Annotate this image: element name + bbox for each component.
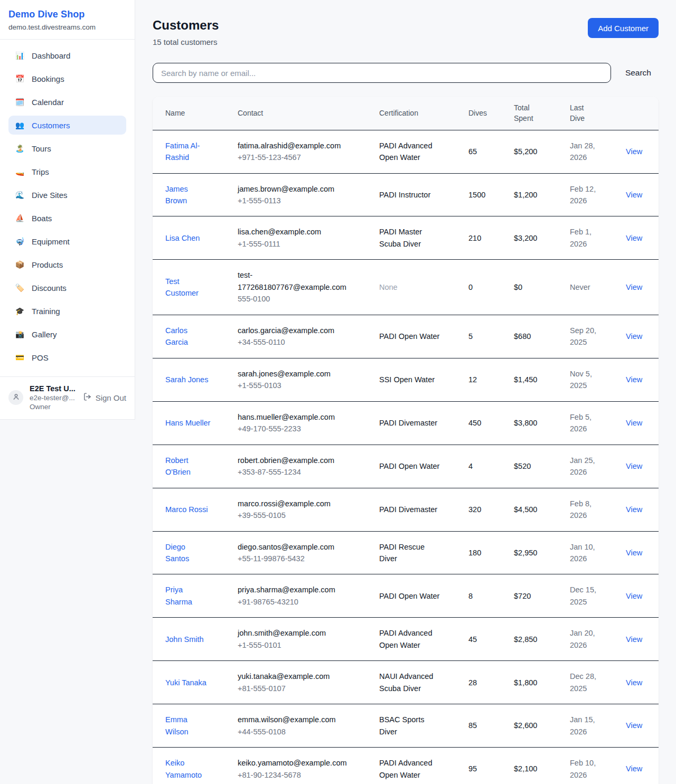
customer-name-cell: Robert O'Brien <box>153 445 229 488</box>
customer-total-spent-cell: $680 <box>505 315 561 358</box>
table-row: Emma Wilsonemma.wilson@example.com+44-55… <box>153 704 659 748</box>
customer-phone: +49-170-555-2233 <box>238 423 348 434</box>
customer-phone: +81-90-1234-5678 <box>238 769 348 781</box>
logout-icon <box>83 392 92 403</box>
view-customer-link[interactable]: View <box>626 462 642 470</box>
add-customer-button[interactable]: Add Customer <box>588 18 659 38</box>
sidebar-item-label: Calendar <box>32 98 64 107</box>
customer-total-spent-cell: $2,600 <box>505 704 561 748</box>
customer-name-cell: Emma Wilson <box>153 704 229 748</box>
customer-certification-cell: PADI Open Water <box>371 574 460 618</box>
customer-name-link[interactable]: Test Customer <box>165 276 211 299</box>
table-row: Robert O'Brienrobert.obrien@example.com+… <box>153 445 659 488</box>
sidebar-item-products[interactable]: 📦Products <box>8 255 126 274</box>
customer-email: hans.mueller@example.com <box>238 411 348 423</box>
sidebar-item-boats[interactable]: ⛵Boats <box>8 209 126 228</box>
sidebar-item-calendar[interactable]: 🗓️Calendar <box>8 92 126 111</box>
customer-name-link[interactable]: Emma Wilson <box>165 714 211 738</box>
customer-actions-cell: View <box>617 661 659 704</box>
sidebar-item-pos[interactable]: 💳POS <box>8 348 126 367</box>
sidebar-item-dive-sites[interactable]: 🌊Dive Sites <box>8 185 126 204</box>
customer-certification: PADI Advanced Open Water <box>379 757 442 781</box>
search-button[interactable]: Search <box>625 68 651 78</box>
customer-actions-cell: View <box>617 315 659 358</box>
customer-actions-cell: View <box>617 574 659 618</box>
sailboat-icon: ⛵ <box>15 214 25 222</box>
sidebar-item-label: Customers <box>32 121 70 130</box>
customer-contact-cell: yuki.tanaka@example.com+81-555-0107 <box>229 661 371 704</box>
customer-last-dive: Jan 15, 2026 <box>570 714 609 738</box>
customer-name-cell: Fatima Al-Rashid <box>153 130 229 173</box>
customer-certification-cell: PADI Advanced Open Water <box>371 130 460 173</box>
customer-dives-cell: 5 <box>460 315 505 358</box>
customer-name-link[interactable]: Carlos Garcia <box>165 325 211 348</box>
sidebar-item-dashboard[interactable]: 📊Dashboard <box>8 46 126 65</box>
customer-name-link[interactable]: Keiko Yamamoto <box>165 757 211 781</box>
view-customer-link[interactable]: View <box>626 549 642 557</box>
customer-name-link[interactable]: Yuki Tanaka <box>165 677 206 688</box>
customer-name-link[interactable]: Hans Mueller <box>165 417 210 429</box>
view-customer-link[interactable]: View <box>626 592 642 600</box>
sidebar-item-discounts[interactable]: 🏷️Discounts <box>8 278 126 297</box>
sidebar-item-label: POS <box>32 353 49 362</box>
customer-last-dive: Feb 1, 2026 <box>570 226 609 250</box>
customer-name-link[interactable]: Fatima Al-Rashid <box>165 140 211 164</box>
table-row: Test Customertest-1772681807767@example.… <box>153 260 659 315</box>
customer-last-dive-cell: Jan 25, 2026 <box>561 445 617 488</box>
column-header-label: Last Dive <box>570 102 594 124</box>
view-customer-link[interactable]: View <box>626 419 642 427</box>
customer-contact-cell: emma.wilson@example.com+44-555-0108 <box>229 704 371 748</box>
customer-certification-cell: PADI Rescue Diver <box>371 531 460 574</box>
sidebar-item-trips[interactable]: 🚤Trips <box>8 162 126 181</box>
customer-phone: +1-555-0113 <box>238 195 348 206</box>
view-customer-link[interactable]: View <box>626 191 642 199</box>
customer-phone: +971-55-123-4567 <box>238 152 348 163</box>
customer-phone: +44-555-0108 <box>238 726 348 738</box>
camera-icon: 📸 <box>15 330 25 338</box>
customer-certification: PADI Instructor <box>379 189 430 201</box>
table-row: Diego Santosdiego.santos@example.com+55-… <box>153 531 659 574</box>
customer-name-link[interactable]: John Smith <box>165 634 204 645</box>
customer-last-dive-cell: Nov 5, 2025 <box>561 358 617 401</box>
view-customer-link[interactable]: View <box>626 721 642 730</box>
customer-name-link[interactable]: Priya Sharma <box>165 584 211 608</box>
customer-total-spent-cell: $1,200 <box>505 173 561 216</box>
customer-contact-cell: keiko.yamamoto@example.com+81-90-1234-56… <box>229 748 371 784</box>
sidebar-item-equipment[interactable]: 🤿Equipment <box>8 232 126 251</box>
customer-email: sarah.jones@example.com <box>238 368 348 380</box>
customer-name-link[interactable]: Marco Rossi <box>165 504 208 515</box>
view-customer-link[interactable]: View <box>626 764 642 773</box>
customer-total-spent-cell: $0 <box>505 260 561 315</box>
view-customer-link[interactable]: View <box>626 678 642 687</box>
view-customer-link[interactable]: View <box>626 283 642 291</box>
customer-name-link[interactable]: Lisa Chen <box>165 232 200 244</box>
user-email: e2e-tester@... <box>30 394 77 402</box>
customer-name-link[interactable]: Diego Santos <box>165 541 211 565</box>
customer-certification: PADI Advanced Open Water <box>379 140 442 164</box>
sidebar-item-bookings[interactable]: 📅Bookings <box>8 69 126 88</box>
view-customer-link[interactable]: View <box>626 375 642 384</box>
sidebar-item-customers[interactable]: 👥Customers <box>8 116 126 135</box>
view-customer-link[interactable]: View <box>626 234 642 242</box>
customer-name-link[interactable]: James Brown <box>165 183 211 207</box>
sidebar-item-training[interactable]: 🎓Training <box>8 301 126 320</box>
customer-last-dive-cell: Jan 28, 2026 <box>561 130 617 173</box>
sidebar-item-gallery[interactable]: 📸Gallery <box>8 325 126 344</box>
customer-name-cell: James Brown <box>153 173 229 216</box>
view-customer-link[interactable]: View <box>626 635 642 644</box>
customer-last-dive-cell: Feb 5, 2026 <box>561 401 617 445</box>
shop-domain: demo.test.divestreams.com <box>8 23 126 31</box>
sign-out-button[interactable]: Sign Out <box>83 392 126 403</box>
search-input[interactable] <box>153 63 611 83</box>
customer-name-link[interactable]: Robert O'Brien <box>165 455 211 478</box>
sidebar-item-tours[interactable]: 🏝️Tours <box>8 139 126 158</box>
customer-name-link[interactable]: Sarah Jones <box>165 374 208 385</box>
customer-last-dive: Feb 12, 2026 <box>570 183 609 207</box>
view-customer-link[interactable]: View <box>626 505 642 514</box>
view-customer-link[interactable]: View <box>626 147 642 156</box>
customer-total-spent-cell: $2,850 <box>505 618 561 661</box>
customer-last-dive-cell: Jan 20, 2026 <box>561 618 617 661</box>
package-icon: 📦 <box>15 260 25 269</box>
customer-last-dive-cell: Feb 12, 2026 <box>561 173 617 216</box>
view-customer-link[interactable]: View <box>626 332 642 341</box>
